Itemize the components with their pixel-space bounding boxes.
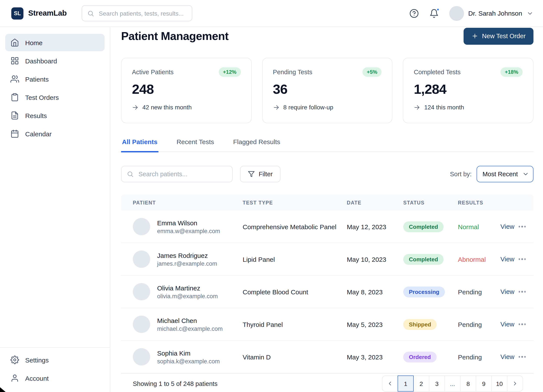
arrow-right-icon	[273, 104, 279, 110]
global-search-input[interactable]	[98, 9, 187, 17]
sidebar-item-dashboard[interactable]: Dashboard	[5, 52, 105, 69]
result-value: Pending	[458, 353, 498, 361]
page-button-2[interactable]: 2	[413, 375, 429, 392]
result-value: Pending	[458, 288, 498, 295]
user-menu[interactable]: Dr. Sarah Johnson	[449, 6, 534, 21]
person-icon	[11, 374, 19, 382]
stat-footnote-text: 124 this month	[424, 104, 464, 111]
column-header-status: STATUS	[403, 200, 458, 205]
tab-recent-tests[interactable]: Recent Tests	[175, 135, 215, 152]
table-toolbar: Filter Sort by: Most Recent	[121, 166, 533, 182]
table-header-row: PATIENT TEST TYPE DATE STATUS RESULTS	[121, 194, 533, 210]
sidebar-item-settings[interactable]: Settings	[5, 351, 105, 369]
topbar-actions: Dr. Sarah Johnson	[409, 6, 534, 21]
help-icon	[409, 8, 419, 18]
table-footer: Showing 1 to 5 of 248 patients 1 2 3 ...…	[121, 373, 533, 392]
sidebar-item-results[interactable]: Results	[5, 107, 105, 124]
test-date: May 3, 2023	[347, 353, 403, 361]
patient-cell: Michael Chen michael.c@example.com	[133, 316, 243, 333]
patient-search-input[interactable]	[138, 170, 227, 178]
new-test-order-label: New Test Order	[482, 33, 526, 40]
test-type: Lipid Panel	[243, 256, 347, 263]
sidebar-item-test-orders[interactable]: Test Orders	[5, 89, 105, 106]
search-icon	[87, 10, 94, 17]
sort-select[interactable]: Most Recent	[476, 166, 533, 182]
top-bar: SL StreamLab Dr. Sarah Johnson	[0, 0, 543, 27]
row-menu-button[interactable]	[517, 354, 527, 360]
view-link[interactable]: View	[500, 223, 515, 230]
notifications-button[interactable]	[429, 8, 439, 18]
sidebar: Home Dashboard Patients Test Orders Resu…	[0, 27, 110, 392]
page-button-10[interactable]: 10	[491, 375, 507, 392]
sidebar-item-account[interactable]: Account	[5, 369, 105, 387]
patient-search[interactable]	[121, 166, 233, 182]
result-value: Normal	[458, 223, 498, 230]
stat-card-active-patients: Active Patients +12% 248 42 new this mon…	[121, 58, 252, 123]
arrow-right-icon	[132, 104, 138, 110]
patient-name: Sophia Kim	[157, 349, 220, 357]
arrow-right-icon	[414, 104, 420, 110]
patient-email: olivia.m@example.com	[157, 293, 218, 299]
sidebar-item-home[interactable]: Home	[5, 34, 105, 51]
status-badge: Completed	[403, 254, 444, 265]
new-test-order-button[interactable]: New Test Order	[463, 28, 533, 45]
help-button[interactable]	[409, 8, 419, 18]
row-menu-button[interactable]	[517, 256, 527, 263]
brand-name: StreamLab	[28, 9, 67, 18]
filter-button[interactable]: Filter	[240, 166, 280, 182]
sidebar-nav: Home Dashboard Patients Test Orders Resu…	[0, 27, 110, 142]
page-button-3[interactable]: 3	[429, 375, 445, 392]
sidebar-item-label: Dashboard	[25, 57, 57, 64]
page-header: Patient Management New Test Order	[121, 27, 533, 45]
chevron-left-icon	[387, 380, 393, 387]
patient-email: sophia.k@example.com	[157, 358, 220, 364]
prev-page-button[interactable]	[382, 375, 398, 392]
view-link[interactable]: View	[500, 320, 515, 328]
sidebar-bottom-nav: Settings Account	[0, 347, 110, 392]
users-icon	[11, 75, 19, 83]
column-header-date: DATE	[347, 200, 403, 205]
sidebar-item-label: Patients	[25, 75, 49, 83]
page-button-8[interactable]: 8	[460, 375, 476, 392]
tab-flagged-results[interactable]: Flagged Results	[232, 135, 281, 152]
page-button-1[interactable]: 1	[398, 375, 414, 392]
row-menu-button[interactable]	[517, 223, 527, 230]
stat-trend-badge: +12%	[219, 67, 241, 77]
view-link[interactable]: View	[500, 288, 515, 295]
clipboard-icon	[11, 93, 19, 102]
page-button-9[interactable]: 9	[476, 375, 492, 392]
result-value: Pending	[458, 321, 498, 328]
avatar	[133, 283, 150, 300]
table-row: Emma Wilson emma.w@example.com Comprehen…	[121, 210, 533, 243]
global-search[interactable]	[81, 5, 192, 21]
row-menu-button[interactable]	[517, 321, 527, 328]
stat-footnote-link[interactable]: 124 this month	[414, 104, 523, 111]
view-link[interactable]: View	[500, 255, 515, 263]
sort-selected-value: Most Recent	[482, 170, 518, 177]
sidebar-item-calendar[interactable]: Calendar	[5, 125, 105, 142]
test-type: Thyroid Panel	[243, 321, 347, 328]
stat-card-completed-tests: Completed Tests +18% 1,284 124 this mont…	[403, 58, 533, 123]
stat-footnote-link[interactable]: 8 require follow-up	[273, 104, 382, 111]
column-header-results: RESULTS	[458, 200, 498, 205]
stat-footnote-link[interactable]: 42 new this month	[132, 104, 241, 111]
status-badge: Shipped	[403, 319, 437, 330]
view-link[interactable]: View	[500, 353, 515, 360]
stat-value: 36	[273, 82, 382, 97]
sidebar-item-label: Home	[25, 39, 43, 46]
sidebar-item-label: Results	[25, 112, 47, 119]
row-menu-button[interactable]	[517, 289, 527, 295]
app-logo: SL	[11, 7, 23, 19]
user-name: Dr. Sarah Johnson	[468, 10, 522, 17]
avatar	[133, 250, 150, 268]
patient-cell: James Rodriguez james.r@example.com	[133, 250, 243, 268]
stat-trend-badge: +5%	[362, 67, 382, 77]
pagination: 1 2 3 ... 8 9 10	[382, 375, 523, 392]
stats-row: Active Patients +12% 248 42 new this mon…	[121, 58, 533, 123]
user-avatar	[449, 6, 464, 21]
stat-card-pending-tests: Pending Tests +5% 36 8 require follow-up	[262, 58, 392, 123]
sidebar-item-patients[interactable]: Patients	[5, 70, 105, 88]
next-page-button[interactable]	[507, 375, 523, 392]
tab-all-patients[interactable]: All Patients	[121, 135, 158, 152]
avatar	[133, 348, 150, 365]
